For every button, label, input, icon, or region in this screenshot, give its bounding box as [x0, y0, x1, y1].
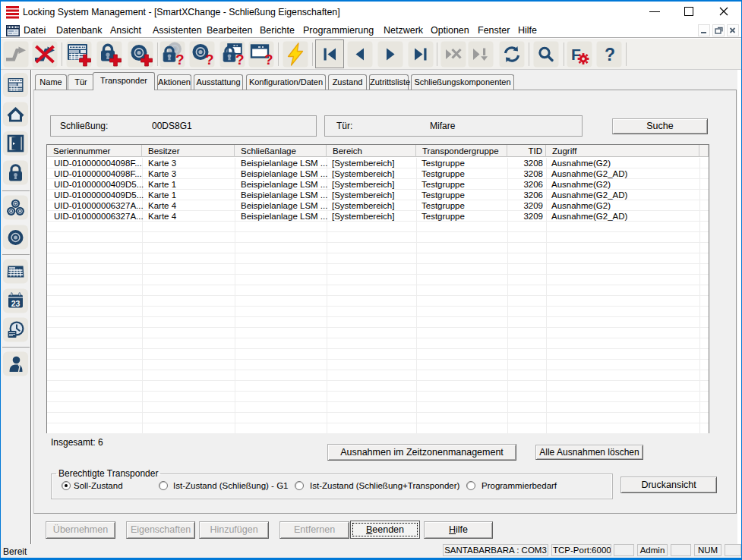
svg-text:?: ? [235, 52, 245, 68]
svg-text:?: ? [205, 52, 214, 68]
svg-text:?: ? [605, 45, 615, 64]
svg-text:F: F [571, 46, 581, 63]
svg-text:?: ? [175, 52, 185, 68]
svg-text:?: ? [264, 52, 273, 68]
svg-text:23: 23 [11, 299, 21, 308]
